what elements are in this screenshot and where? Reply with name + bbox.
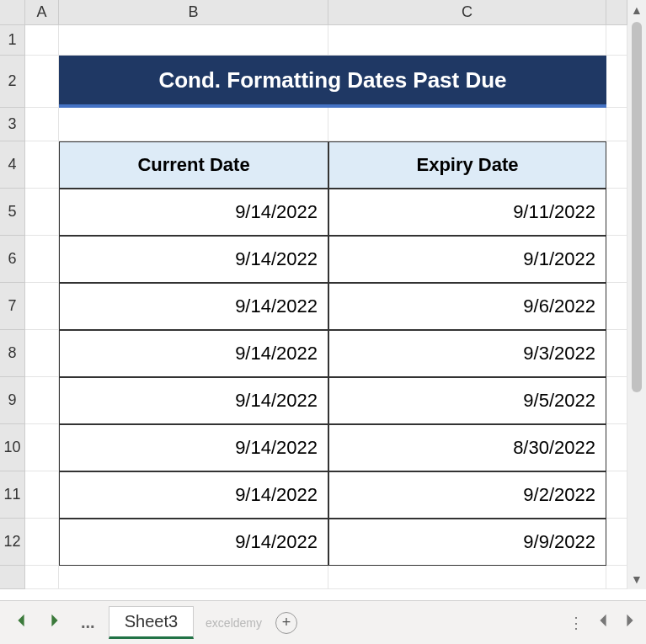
row-header-2[interactable]: 2: [0, 56, 25, 108]
row-header-8[interactable]: 8: [0, 330, 25, 377]
scroll-track[interactable]: [627, 17, 646, 572]
prev-sheet-icon[interactable]: [8, 613, 34, 632]
row-header-4[interactable]: 4: [0, 141, 25, 189]
scroll-up-icon[interactable]: ▲: [631, 3, 643, 17]
next-sheet-icon[interactable]: [42, 613, 67, 632]
row-header-5[interactable]: 5: [0, 189, 25, 236]
row-header-1[interactable]: 1: [0, 25, 25, 56]
vertical-scrollbar[interactable]: ▲ ▼: [627, 0, 646, 589]
title-text: Cond. Formatting Dates Past Due: [59, 56, 606, 108]
sheet-tab-bar: ... Sheet3 exceldemy + ⋮: [0, 600, 646, 644]
row-headers: 1 2 3 4 5 6 7 8 9 10 11 12: [0, 25, 25, 589]
cell-B3[interactable]: [59, 108, 328, 141]
hscroll-menu-icon[interactable]: ⋮: [569, 614, 584, 632]
row-header-3[interactable]: 3: [0, 108, 25, 141]
table-cell[interactable]: 9/14/2022: [59, 471, 328, 519]
table-header-current-date[interactable]: Current Date: [59, 141, 328, 189]
table-cell[interactable]: 8/30/2022: [328, 424, 606, 471]
table-cell[interactable]: 9/11/2022: [328, 189, 606, 236]
table-cell[interactable]: 9/14/2022: [59, 519, 328, 566]
cell-B1[interactable]: [59, 25, 328, 56]
table-cell[interactable]: 9/14/2022: [59, 236, 328, 283]
watermark-text: exceldemy: [206, 616, 262, 630]
table-cell[interactable]: 9/1/2022: [328, 236, 606, 283]
sheet-overflow-menu[interactable]: ...: [76, 613, 100, 632]
col-header-A[interactable]: A: [25, 0, 59, 25]
hscroll-left-icon[interactable]: [595, 613, 611, 632]
row-header-6[interactable]: 6: [0, 236, 25, 283]
row-header-blank: [0, 566, 25, 589]
row-header-11[interactable]: 11: [0, 471, 25, 519]
cell-A1[interactable]: [25, 25, 59, 56]
table-cell[interactable]: 9/9/2022: [328, 519, 606, 566]
row-header-10[interactable]: 10: [0, 424, 25, 471]
row-header-9[interactable]: 9: [0, 377, 25, 424]
table-cell[interactable]: 9/2/2022: [328, 471, 606, 519]
scroll-thumb[interactable]: [632, 22, 642, 392]
col-header-blank: [606, 0, 627, 25]
table-cell[interactable]: 9/14/2022: [59, 283, 328, 330]
table-cell[interactable]: 9/14/2022: [59, 189, 328, 236]
table-cell[interactable]: 9/3/2022: [328, 330, 606, 377]
add-sheet-button[interactable]: +: [275, 612, 297, 634]
cell-A2[interactable]: [25, 56, 59, 108]
title-banner[interactable]: Cond. Formatting Dates Past Due: [59, 56, 606, 108]
cell-C3[interactable]: [328, 108, 606, 141]
row-header-12[interactable]: 12: [0, 519, 25, 566]
table-cell[interactable]: 9/14/2022: [59, 377, 328, 424]
table-cell[interactable]: 9/6/2022: [328, 283, 606, 330]
scroll-down-icon[interactable]: ▼: [631, 572, 643, 586]
table-cell[interactable]: 9/5/2022: [328, 377, 606, 424]
col-header-B[interactable]: B: [59, 0, 328, 25]
spreadsheet-grid[interactable]: Cond. Formatting Dates Past Due: [25, 25, 627, 589]
select-all-corner[interactable]: [0, 0, 25, 25]
row-header-7[interactable]: 7: [0, 283, 25, 330]
col-header-C[interactable]: C: [328, 0, 606, 25]
hscroll-right-icon[interactable]: [622, 613, 638, 632]
sheet-tab-active[interactable]: Sheet3: [109, 606, 194, 639]
table-cell[interactable]: 9/14/2022: [59, 424, 328, 471]
cell-C1[interactable]: [328, 25, 606, 56]
column-headers: A B C: [25, 0, 627, 25]
table-header-expiry-date[interactable]: Expiry Date: [328, 141, 606, 189]
table-cell[interactable]: 9/14/2022: [59, 330, 328, 377]
